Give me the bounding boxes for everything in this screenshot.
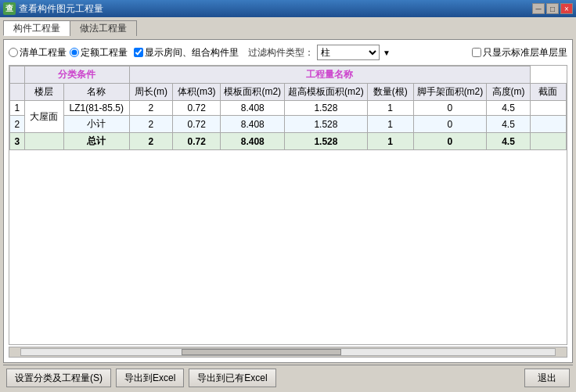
col-header-num — [10, 84, 25, 101]
col-header-name: 名称 — [63, 84, 129, 101]
radio-group: 清单工程量 定额工程量 — [9, 46, 128, 59]
content-panel: 清单工程量 定额工程量 显示房间、组合构件里 过滤构件类型： 柱 梁 板 墙 — [3, 39, 573, 363]
tab-method[interactable]: 做法工程量 — [70, 20, 137, 36]
radio-quota[interactable] — [70, 48, 79, 57]
cell-name: LZ1(81-85.5) — [63, 101, 129, 116]
header-row-num — [10, 67, 25, 84]
checkbox-standard-label[interactable]: 只显示标准层单层里 — [472, 46, 567, 59]
cell-name: 总计 — [63, 133, 129, 150]
window-title: 查看构件图元工程量 — [19, 2, 103, 16]
cell-high-formwork: 1.528 — [285, 101, 368, 116]
col-header-level: 楼层 — [24, 84, 63, 101]
table-row: 3 总计 2 0.72 8.408 1.528 1 0 4.5 — [10, 133, 567, 150]
cell-perimeter: 2 — [129, 101, 172, 116]
horizontal-scrollbar[interactable] — [9, 347, 567, 358]
checkbox-standard[interactable] — [472, 48, 481, 57]
col-header-section: 截面 — [530, 84, 566, 101]
cell-scaffold: 0 — [413, 133, 487, 150]
radio-quota-label[interactable]: 定额工程量 — [70, 46, 128, 59]
cell-count: 1 — [367, 133, 413, 150]
window-controls: ─ □ × — [532, 3, 573, 14]
header-engineering: 工程量名称 — [129, 67, 530, 84]
data-table: 分类条件 工程量名称 楼层 名称 周长(m) 体积(m3) 模板面积(m2) 超… — [9, 66, 567, 150]
cell-row-num: 1 — [10, 101, 25, 116]
cell-high-formwork: 1.528 — [285, 133, 368, 150]
minimize-button[interactable]: ─ — [532, 3, 545, 14]
tab-component[interactable]: 构件工程量 — [3, 20, 70, 36]
table-row: 1 大屋面 LZ1(81-85.5) 2 0.72 8.408 1.528 1 … — [10, 101, 567, 116]
table-header-row-2: 楼层 名称 周长(m) 体积(m3) 模板面积(m2) 超高模板面积(m2) 数… — [10, 84, 567, 101]
cell-volume: 0.72 — [173, 101, 221, 116]
cell-row-num: 3 — [10, 133, 25, 150]
btn-exit[interactable]: 退出 — [524, 369, 570, 387]
cell-formwork: 8.408 — [221, 101, 285, 116]
cell-scaffold: 0 — [413, 101, 487, 116]
radio-clear[interactable] — [9, 48, 18, 57]
col-header-height: 高度(m) — [487, 84, 530, 101]
cell-formwork: 8.408 — [221, 116, 285, 133]
table-row: 2 小计 2 0.72 8.408 1.528 1 0 4.5 — [10, 116, 567, 133]
btn-settings[interactable]: 设置分类及工程量(S) — [6, 369, 111, 387]
cell-high-formwork: 1.528 — [285, 116, 368, 133]
cell-level-empty — [24, 133, 63, 150]
checkbox-display[interactable] — [134, 48, 143, 57]
col-header-perimeter: 周长(m) — [129, 84, 172, 101]
radio-clear-label[interactable]: 清单工程量 — [9, 46, 67, 59]
btn-export-excel[interactable]: 导出到Excel — [116, 369, 184, 387]
cell-level: 大屋面 — [24, 101, 63, 133]
cell-height: 4.5 — [487, 133, 530, 150]
scrollbar-thumb[interactable] — [182, 349, 342, 355]
filter-select[interactable]: 柱 梁 板 墙 基础 — [317, 45, 380, 60]
cell-section — [530, 116, 566, 133]
btn-export-existing[interactable]: 导出到已有Excel — [189, 369, 275, 387]
cell-height: 4.5 — [487, 101, 530, 116]
checkbox-display-label[interactable]: 显示房间、组合构件里 — [134, 46, 239, 59]
table-body: 1 大屋面 LZ1(81-85.5) 2 0.72 8.408 1.528 1 … — [10, 101, 567, 150]
cell-formwork: 8.408 — [221, 133, 285, 150]
close-button[interactable]: × — [560, 3, 573, 14]
main-container: 构件工程量 做法工程量 清单工程量 定额工程量 显示房间、组合构件里 — [0, 17, 576, 392]
tab-bar: 构件工程量 做法工程量 — [3, 20, 573, 36]
cell-count: 1 — [367, 116, 413, 133]
col-header-high-formwork: 超高模板面积(m2) — [285, 84, 368, 101]
col-header-formwork: 模板面积(m2) — [221, 84, 285, 101]
col-header-scaffold: 脚手架面积(m2) — [413, 84, 487, 101]
options-row: 清单工程量 定额工程量 显示房间、组合构件里 过滤构件类型： 柱 梁 板 墙 — [9, 45, 567, 60]
cell-volume: 0.72 — [173, 133, 221, 150]
dropdown-arrow-icon: ▼ — [383, 49, 391, 57]
cell-perimeter: 2 — [129, 116, 172, 133]
filter-group: 过滤构件类型： 柱 梁 板 墙 基础 ▼ — [248, 45, 391, 60]
scrollbar-track[interactable] — [20, 348, 556, 356]
table-header-row-1: 分类条件 工程量名称 — [10, 67, 567, 84]
col-header-volume: 体积(m3) — [173, 84, 221, 101]
cell-section — [530, 101, 566, 116]
cell-count: 1 — [367, 101, 413, 116]
bottom-toolbar: 设置分类及工程量(S) 导出到Excel 导出到已有Excel 退出 — [3, 365, 573, 389]
cell-section — [530, 133, 566, 150]
cell-name: 小计 — [63, 116, 129, 133]
table-container: 分类条件 工程量名称 楼层 名称 周长(m) 体积(m3) 模板面积(m2) 超… — [9, 65, 567, 345]
cell-height: 4.5 — [487, 116, 530, 133]
header-category: 分类条件 — [24, 67, 129, 84]
cell-perimeter: 2 — [129, 133, 172, 150]
cell-volume: 0.72 — [173, 116, 221, 133]
col-header-count: 数量(根) — [367, 84, 413, 101]
maximize-button[interactable]: □ — [546, 3, 559, 14]
app-icon: 查 — [3, 2, 16, 15]
right-option: 只显示标准层单层里 — [472, 46, 567, 59]
cell-scaffold: 0 — [413, 116, 487, 133]
filter-label: 过滤构件类型： — [248, 46, 314, 59]
title-bar: 查 查看构件图元工程量 ─ □ × — [0, 0, 576, 17]
cell-row-num: 2 — [10, 116, 25, 133]
